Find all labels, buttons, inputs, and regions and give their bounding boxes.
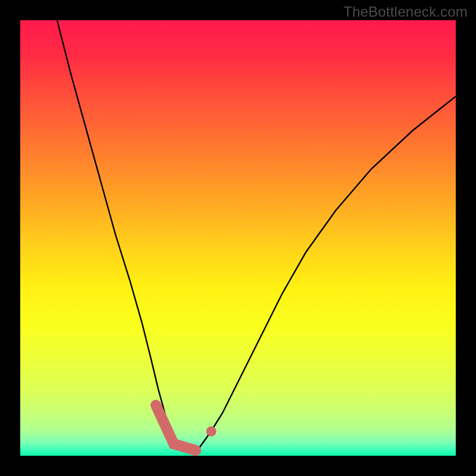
plot-area	[20, 20, 456, 456]
chart-frame: TheBottleneck.com	[0, 0, 476, 476]
marker-dot	[206, 427, 217, 437]
marker-segment	[156, 405, 196, 450]
curve-layer	[20, 20, 456, 456]
bottleneck-curve	[57, 20, 456, 451]
watermark-text: TheBottleneck.com	[343, 4, 468, 20]
